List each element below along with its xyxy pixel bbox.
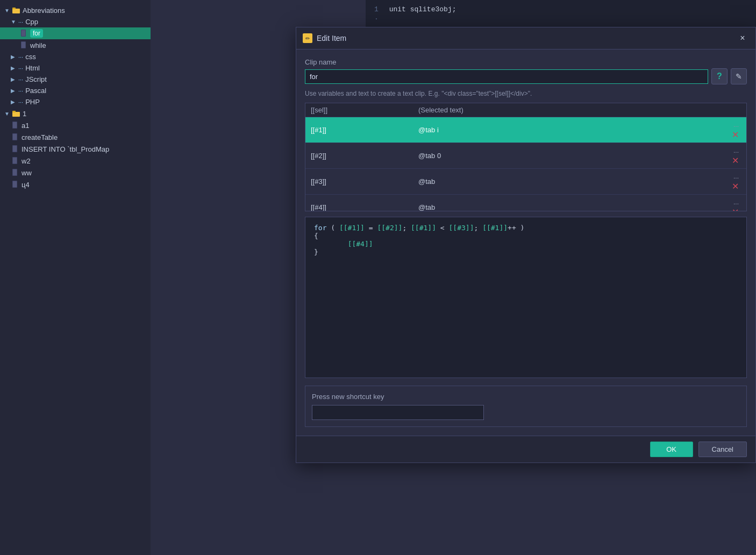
file-icon xyxy=(19,41,28,49)
folder-icon xyxy=(12,6,20,15)
shortcut-label: Press new shortcut key xyxy=(312,393,740,401)
sidebar-item-label: PHP xyxy=(25,98,40,106)
sidebar-item-cpp[interactable]: ▼ ··· Cpp xyxy=(0,16,151,27)
sidebar-item-label: JScript xyxy=(25,75,47,83)
table-row[interactable]: [[#4]] @tab ... ✕ xyxy=(305,195,746,211)
more-button[interactable]: ... xyxy=(731,146,741,155)
clip-name-input[interactable] xyxy=(305,69,708,84)
sidebar-item-for[interactable]: for xyxy=(0,27,151,39)
remove-button[interactable]: ✕ xyxy=(730,181,741,191)
file-icon xyxy=(11,180,19,189)
sidebar-item-ts4[interactable]: ц4 xyxy=(0,179,151,190)
val-cell: @tab xyxy=(413,195,719,211)
for-badge: for xyxy=(30,29,43,38)
remove-button[interactable]: ✕ xyxy=(730,130,741,140)
folder-icon xyxy=(12,109,20,118)
sidebar-item-createtable[interactable]: createTable xyxy=(0,131,151,143)
svg-rect-19 xyxy=(13,181,17,187)
main-area: 1 unit sqlite3obj; . ✏ Edit Item × Clip … xyxy=(151,0,756,555)
chevron-down-icon: ▼ xyxy=(11,19,17,25)
line-number: . xyxy=(374,13,379,22)
var-cell: [[#3]] xyxy=(305,169,413,195)
sidebar-item-php[interactable]: ▶ ··· PHP xyxy=(0,96,151,108)
sidebar-item-jscript[interactable]: ▶ ··· JScript xyxy=(0,74,151,85)
sidebar-item-label: ц4 xyxy=(22,181,30,189)
sidebar: ▼ Abbreviations ▼ ··· Cpp for while ▶ ··… xyxy=(0,0,151,555)
dialog-close-button[interactable]: × xyxy=(736,32,749,45)
svg-rect-1 xyxy=(12,8,16,9)
dialog-titlebar: ✏ Edit Item × xyxy=(296,27,755,49)
dots-icon: ··· xyxy=(18,54,23,60)
more-button[interactable]: ... xyxy=(731,120,741,130)
file-icon xyxy=(11,121,19,130)
sidebar-item-label: Abbreviations xyxy=(23,6,65,15)
svg-rect-7 xyxy=(12,111,16,112)
clip-name-label: Clip name xyxy=(305,58,747,66)
chevron-right-icon: ▶ xyxy=(11,99,17,105)
file-icon xyxy=(11,133,19,141)
help-button[interactable]: ? xyxy=(711,68,728,84)
chevron-right-icon: ▶ xyxy=(11,65,17,71)
sidebar-item-label: Pascal xyxy=(25,87,46,95)
sidebar-item-label: w2 xyxy=(22,157,31,165)
table-row[interactable]: [[#1]] @tab i ... ✕ xyxy=(305,117,746,143)
chevron-down-icon: ▼ xyxy=(4,8,11,13)
sidebar-item-label: 1 xyxy=(23,110,26,118)
sidebar-item-label: a1 xyxy=(22,122,29,130)
header-var-col: [[sel]] xyxy=(305,103,413,117)
sidebar-item-1[interactable]: ▼ 1 xyxy=(0,108,151,119)
dots-icon: ··· xyxy=(18,88,23,94)
svg-rect-6 xyxy=(12,112,20,117)
sidebar-item-insertinto[interactable]: INSERT INTO `tbl_ProdMap xyxy=(0,143,151,155)
dots-icon: ··· xyxy=(18,99,23,105)
sidebar-item-css[interactable]: ▶ ··· css xyxy=(0,51,151,62)
sidebar-item-abbreviations[interactable]: ▼ Abbreviations xyxy=(0,4,151,16)
dialog-title: Edit Item xyxy=(317,34,736,42)
sidebar-item-w2[interactable]: w2 xyxy=(0,155,151,167)
svg-rect-9 xyxy=(13,122,17,128)
val-cell: @tab xyxy=(413,169,719,195)
action-cell: ... ✕ xyxy=(719,195,746,211)
svg-rect-11 xyxy=(13,134,17,140)
dialog-body: Clip name ? ✎ Use variables and text to … xyxy=(296,49,755,436)
chevron-right-icon: ▶ xyxy=(11,54,17,60)
shortcut-box: Press new shortcut key xyxy=(305,386,747,427)
code-content: for ( [[#1]] = [[#2]]; [[#1]] < [[#3]]; … xyxy=(314,224,738,256)
sidebar-item-label: INSERT INTO `tbl_ProdMap xyxy=(22,145,109,153)
table-scroll-wrapper[interactable]: [[sel]] (Selected text) [[#1]] @tab i xyxy=(305,103,746,211)
svg-rect-15 xyxy=(13,158,17,163)
ok-button[interactable]: OK xyxy=(650,442,693,457)
var-cell: [[#2]] xyxy=(305,143,413,169)
shortcut-input[interactable] xyxy=(312,405,484,420)
code-editor[interactable]: for ( [[#1]] = [[#2]]; [[#1]] < [[#3]]; … xyxy=(305,217,747,378)
sidebar-item-a1[interactable]: a1 xyxy=(0,119,151,131)
sidebar-item-pascal[interactable]: ▶ ··· Pascal xyxy=(0,85,151,96)
sidebar-item-html[interactable]: ▶ ··· Html xyxy=(0,62,151,74)
var-cell: [[#4]] xyxy=(305,195,413,211)
sidebar-item-label: Html xyxy=(25,64,40,72)
clip-name-section: Clip name ? ✎ xyxy=(305,58,747,84)
dots-icon: ··· xyxy=(18,19,23,25)
cancel-button[interactable]: Cancel xyxy=(698,442,747,457)
file-icon xyxy=(19,29,28,38)
sidebar-item-while[interactable]: while xyxy=(0,39,151,51)
clip-name-row: ? ✎ xyxy=(305,68,747,84)
dots-icon: ··· xyxy=(18,65,23,72)
table-row[interactable]: [[#2]] @tab 0 ... ✕ xyxy=(305,143,746,169)
sidebar-item-label: ww xyxy=(22,169,32,177)
svg-rect-0 xyxy=(12,9,20,13)
edit-button[interactable]: ✎ xyxy=(731,68,747,84)
remove-button[interactable]: ✕ xyxy=(730,155,741,166)
svg-rect-17 xyxy=(13,169,17,175)
val-cell: @tab i xyxy=(413,117,719,143)
table-row[interactable]: [[#3]] @tab ... ✕ xyxy=(305,169,746,195)
remove-button[interactable]: ✕ xyxy=(730,207,741,211)
var-cell: [[#1]] xyxy=(305,117,413,143)
more-button[interactable]: ... xyxy=(731,172,741,181)
action-cell: ... ✕ xyxy=(719,143,746,169)
sidebar-item-ww[interactable]: ww xyxy=(0,167,151,179)
file-icon xyxy=(11,145,19,153)
more-button[interactable]: ... xyxy=(731,197,741,207)
sidebar-item-label: createTable xyxy=(22,133,58,141)
val-cell: @tab 0 xyxy=(413,143,719,169)
